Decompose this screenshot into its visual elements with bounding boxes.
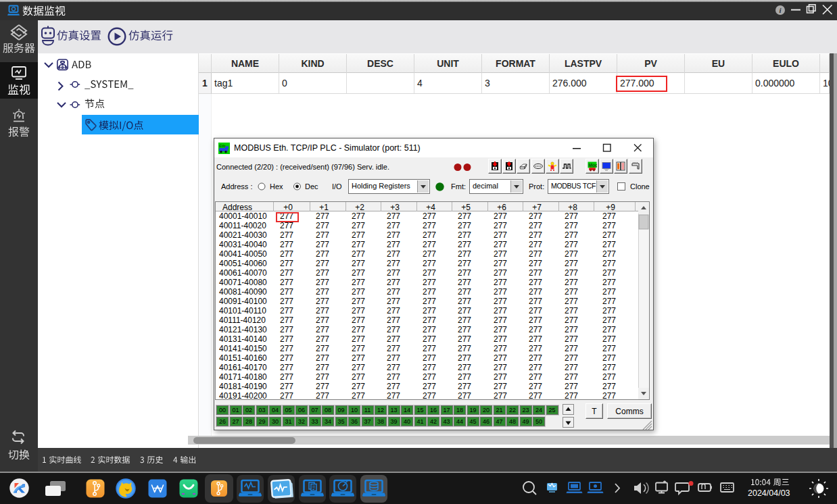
svg-text:Mod: Mod [588,163,597,168]
svg-text:Eth: Eth [219,144,226,148]
